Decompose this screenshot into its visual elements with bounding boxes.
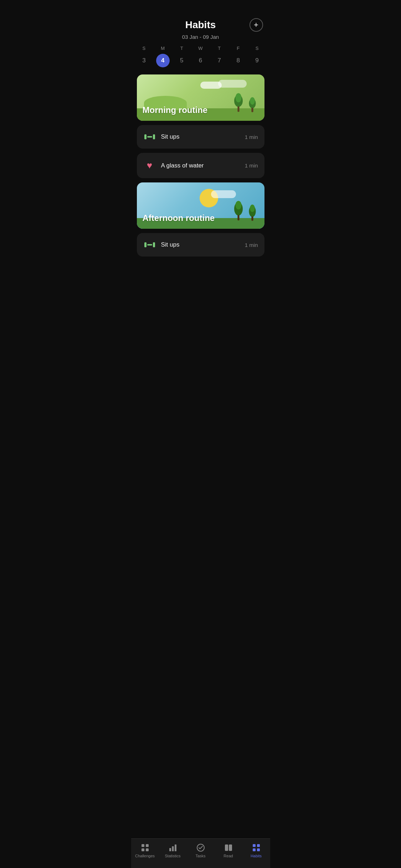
svg-rect-11	[251, 216, 253, 221]
morning-tree-left	[232, 92, 245, 114]
afternoon-routine-title: Afternoon routine	[143, 213, 215, 223]
svg-point-1	[235, 93, 241, 103]
day-number-8: 8	[231, 54, 245, 67]
svg-rect-8	[237, 215, 239, 220]
day-label-tue: T	[180, 46, 183, 51]
afternoon-situps-duration: 1 min	[245, 242, 258, 248]
day-col-mon[interactable]: M 4	[155, 46, 171, 67]
morning-situps-name: Sit ups	[161, 133, 180, 140]
day-col-sat[interactable]: S 9	[249, 46, 265, 67]
day-number-4: 4	[156, 54, 170, 67]
day-number-7: 7	[212, 54, 226, 67]
day-label-sun: S	[143, 46, 146, 51]
svg-point-10	[250, 205, 255, 212]
day-col-thu[interactable]: T 7	[211, 46, 227, 67]
day-label-fri: F	[237, 46, 240, 51]
day-number-3: 3	[137, 54, 151, 67]
add-button[interactable]: +	[250, 18, 263, 32]
header: Habits +	[131, 16, 270, 32]
afternoon-cloud	[211, 190, 236, 198]
day-label-thu: T	[218, 46, 221, 51]
morning-tree-right	[247, 97, 257, 114]
week-calendar: S 3 M 4 T 5 W 6 T 7 F 8 S 9	[131, 46, 270, 74]
svg-point-7	[235, 201, 241, 210]
day-number-5: 5	[175, 54, 189, 67]
content-area: Morning routine Sit ups 1 min ♥ A glass …	[131, 74, 270, 257]
day-col-sun[interactable]: S 3	[136, 46, 152, 67]
morning-situps-duration: 1 min	[245, 134, 258, 140]
status-bar	[131, 0, 270, 16]
day-label-mon: M	[161, 46, 165, 51]
morning-situps-card[interactable]: Sit ups 1 min	[137, 125, 264, 149]
svg-rect-2	[237, 106, 239, 112]
afternoon-situps-name: Sit ups	[161, 241, 180, 248]
afternoon-situps-card[interactable]: Sit ups 1 min	[137, 233, 264, 257]
day-col-wed[interactable]: W 6	[192, 46, 208, 67]
habit-left-afternoon: Sit ups	[143, 240, 180, 249]
dumbbell-icon-morning	[143, 132, 156, 141]
water-habit-duration: 1 min	[245, 162, 258, 169]
water-habit-name: A glass of water	[161, 162, 204, 169]
day-col-tue[interactable]: T 5	[174, 46, 190, 67]
date-range: 03 Jan - 09 Jan	[131, 32, 270, 46]
habit-left-water: ♥ A glass of water	[143, 160, 204, 171]
afternoon-tree-left	[232, 200, 245, 222]
water-card[interactable]: ♥ A glass of water 1 min	[137, 153, 264, 178]
plus-icon: +	[254, 21, 258, 29]
morning-routine-title: Morning routine	[143, 105, 208, 115]
afternoon-tree-right	[247, 205, 257, 222]
heart-icon: ♥	[143, 160, 156, 171]
day-number-9: 9	[250, 54, 264, 67]
habit-left: Sit ups	[143, 132, 180, 141]
svg-rect-5	[251, 108, 253, 112]
day-label-wed: W	[198, 46, 202, 51]
page-title: Habits	[185, 19, 216, 31]
day-number-6: 6	[194, 54, 207, 67]
day-label-sat: S	[256, 46, 259, 51]
day-col-fri[interactable]: F 8	[230, 46, 246, 67]
svg-point-4	[250, 97, 255, 105]
morning-cloud-2	[218, 80, 247, 88]
dumbbell-icon-afternoon	[143, 240, 156, 249]
morning-routine-banner[interactable]: Morning routine	[137, 74, 264, 121]
afternoon-routine-banner[interactable]: Afternoon routine	[137, 182, 264, 229]
